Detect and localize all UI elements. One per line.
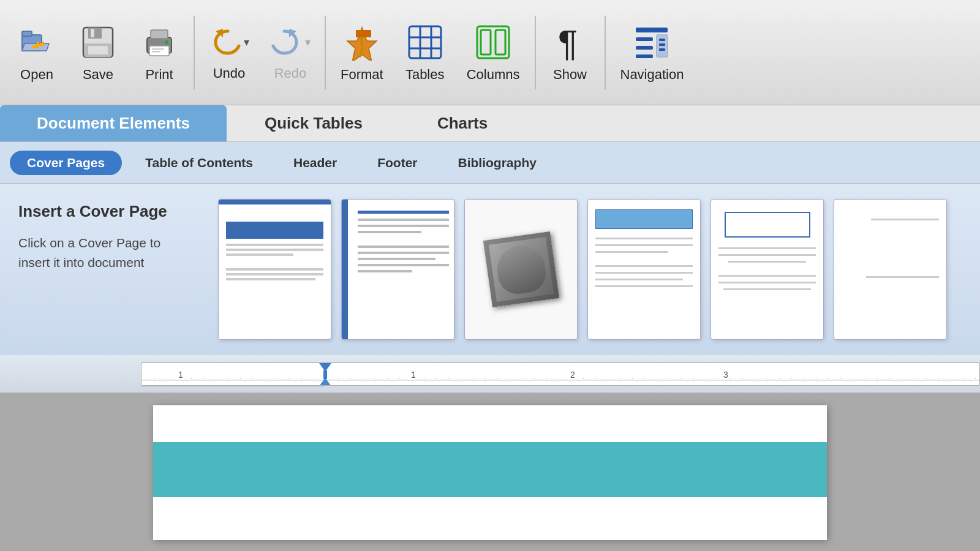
svg-rect-1 xyxy=(22,31,32,36)
divider-3 xyxy=(535,16,536,89)
cover-page-thumb-1[interactable] xyxy=(218,199,331,340)
svg-rect-6 xyxy=(88,46,108,54)
svg-text:·: · xyxy=(497,375,499,381)
navigation-button[interactable]: Navigation xyxy=(609,17,695,89)
svg-rect-27 xyxy=(636,46,653,50)
svg-text:·: · xyxy=(693,375,695,381)
sub-tabs: Cover Pages Table of Contents Header Foo… xyxy=(0,142,980,184)
sub-tab-cover-pages[interactable]: Cover Pages xyxy=(10,151,122,175)
svg-rect-22 xyxy=(481,30,491,54)
divider-1 xyxy=(194,16,195,89)
svg-text:·: · xyxy=(472,375,474,381)
format-button[interactable]: Format xyxy=(330,17,394,89)
sub-tab-footer[interactable]: Footer xyxy=(360,151,434,175)
svg-text:·: · xyxy=(950,375,952,381)
svg-text:·: · xyxy=(742,375,744,381)
save-icon xyxy=(78,23,118,62)
svg-text:·: · xyxy=(582,375,584,381)
tables-label: Tables xyxy=(405,67,445,83)
svg-text:·: · xyxy=(938,375,940,381)
svg-text:·: · xyxy=(668,375,670,381)
svg-text:·: · xyxy=(864,375,866,381)
svg-text:1: 1 xyxy=(178,370,183,380)
svg-text:·: · xyxy=(607,375,609,381)
tab-charts[interactable]: Charts xyxy=(401,105,524,141)
sub-tab-toc[interactable]: Table of Contents xyxy=(128,151,270,175)
svg-text:·: · xyxy=(889,375,891,381)
redo-label: Redo xyxy=(274,66,307,81)
svg-text:·: · xyxy=(337,375,339,381)
print-label: Print xyxy=(145,67,173,83)
svg-rect-8 xyxy=(151,30,168,39)
redo-button[interactable]: ▾ Redo xyxy=(260,18,321,88)
redo-arrow: ▾ xyxy=(305,36,311,49)
svg-text:·: · xyxy=(521,375,523,381)
svg-text:·: · xyxy=(362,375,364,381)
svg-text:·: · xyxy=(901,375,903,381)
svg-text:·: · xyxy=(729,375,731,381)
svg-text:·: · xyxy=(509,375,511,381)
columns-icon xyxy=(473,23,513,62)
svg-text:·: · xyxy=(644,375,646,381)
svg-rect-25 xyxy=(636,28,668,32)
cover-page-thumbnails xyxy=(208,184,980,355)
svg-text:·: · xyxy=(448,375,450,381)
divider-4 xyxy=(605,16,606,89)
svg-text:¶: ¶ xyxy=(558,24,578,61)
tables-button[interactable]: Tables xyxy=(394,17,456,89)
document-page xyxy=(153,405,827,540)
svg-text:·: · xyxy=(533,375,535,381)
cover-page-thumb-4[interactable] xyxy=(587,199,701,340)
svg-text:2: 2 xyxy=(570,370,575,380)
tab-quick-tables[interactable]: Quick Tables xyxy=(228,105,399,141)
svg-text:·: · xyxy=(778,375,780,381)
navigation-icon xyxy=(632,23,671,62)
svg-rect-21 xyxy=(477,26,509,58)
svg-rect-3 xyxy=(88,28,102,39)
svg-text:·: · xyxy=(558,375,560,381)
undo-arrow: ▾ xyxy=(244,36,249,49)
svg-text:·: · xyxy=(399,375,401,381)
svg-text:·: · xyxy=(656,375,658,381)
svg-text:·: · xyxy=(705,375,707,381)
sub-tab-bibliography[interactable]: Bibliography xyxy=(441,151,554,175)
open-button[interactable]: Open xyxy=(6,17,67,89)
print-button[interactable]: Print xyxy=(129,17,190,89)
columns-button[interactable]: Columns xyxy=(456,17,531,89)
show-icon: ¶ xyxy=(551,23,590,62)
undo-icon-row: ▾ xyxy=(209,24,249,61)
svg-text:·: · xyxy=(925,375,927,381)
svg-rect-106 xyxy=(323,370,327,379)
save-label: Save xyxy=(83,67,113,83)
cover-page-thumb-6[interactable] xyxy=(834,199,947,340)
svg-text:·: · xyxy=(962,375,964,381)
save-button[interactable]: Save xyxy=(67,17,129,89)
show-button[interactable]: ¶ Show xyxy=(540,17,601,89)
svg-text:·: · xyxy=(852,375,854,381)
cover-page-thumb-2[interactable] xyxy=(341,199,454,340)
svg-rect-4 xyxy=(91,29,94,37)
print-icon xyxy=(140,23,179,62)
svg-text:·: · xyxy=(840,375,842,381)
redo-icon xyxy=(271,24,303,61)
svg-text:3: 3 xyxy=(723,370,728,380)
svg-rect-26 xyxy=(636,37,653,41)
undo-button[interactable]: ▾ Undo xyxy=(198,18,260,88)
undo-label: Undo xyxy=(213,66,246,81)
format-icon xyxy=(342,23,382,62)
open-icon xyxy=(17,23,56,62)
undo-icon xyxy=(209,24,241,61)
svg-rect-11 xyxy=(152,48,164,50)
svg-text:·: · xyxy=(791,375,793,381)
svg-rect-12 xyxy=(152,51,160,53)
svg-text:·: · xyxy=(827,375,829,381)
tab-document-elements[interactable]: Document Elements xyxy=(0,105,227,141)
svg-text:·: · xyxy=(815,375,817,381)
cover-page-thumb-5[interactable] xyxy=(710,199,824,340)
svg-text:·: · xyxy=(631,375,633,381)
cover-page-description: Click on a Cover Page to insert it into … xyxy=(18,233,190,272)
cover-page-thumb-3[interactable] xyxy=(464,199,578,340)
svg-text:·: · xyxy=(386,375,388,381)
svg-text:·: · xyxy=(717,375,719,381)
sub-tab-header[interactable]: Header xyxy=(276,151,354,175)
